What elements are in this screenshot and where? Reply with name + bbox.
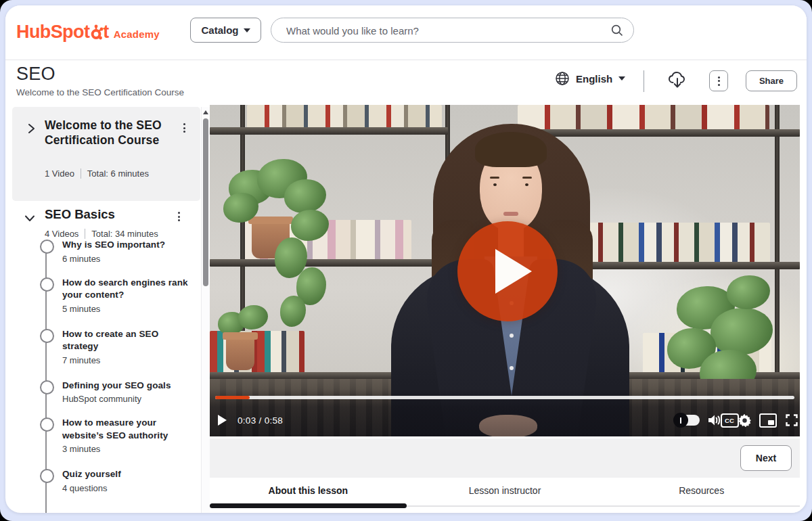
bookshelf-upright (775, 105, 780, 389)
lesson-progress-dot (40, 240, 54, 254)
play-control-icon[interactable] (218, 415, 227, 426)
sidebar-scrollbar[interactable] (201, 107, 210, 513)
lesson-item-how-search-engines-rank[interactable]: How do search engines rank your content?… (12, 277, 202, 314)
chevron-right-icon[interactable] (27, 123, 36, 134)
hubspot-sprocket-icon (89, 24, 103, 40)
lesson-title: Why is SEO important? (62, 239, 165, 252)
section-kebab-icon[interactable] (183, 123, 185, 133)
pip-icon (759, 413, 777, 428)
gear-icon (738, 414, 751, 427)
lesson-title: How to create an SEO strategy (62, 328, 171, 353)
caret-down-icon (244, 28, 250, 32)
autoplay-toggle[interactable] (675, 415, 700, 426)
academy-card: HubSpot t Academy Catalog (5, 5, 807, 513)
app-window: HubSpot t Academy Catalog (0, 0, 812, 521)
play-icon (495, 249, 532, 294)
meta-divider (85, 229, 85, 239)
hubspot-wordmark: HubSpot (16, 22, 89, 43)
caret-down-icon (618, 76, 625, 81)
lesson-progress-dot (40, 277, 54, 292)
lesson-title: How to measure your website’s SEO author… (62, 417, 184, 442)
lesson-title: How do search engines rank your content? (62, 277, 191, 302)
scroll-up-icon[interactable] (203, 110, 208, 114)
sidebar-section-welcome[interactable]: Welcome to the SEO Certification Course … (12, 107, 200, 201)
tab-resources[interactable]: Resources (603, 478, 800, 513)
lesson-item-defining-seo-goals[interactable]: Defining your SEO goals HubSpot communit… (12, 380, 202, 405)
lesson-meta: HubSpot community (62, 394, 171, 404)
lesson-nav-bar: Next (210, 438, 800, 478)
next-button[interactable]: Next (740, 445, 792, 471)
next-label: Next (756, 453, 776, 463)
books-row (518, 105, 769, 130)
books-row (568, 223, 770, 263)
section-meta-count: 1 Video (45, 168, 74, 179)
lesson-item-why-is-seo-important[interactable]: Why is SEO important? 6 minutes (12, 239, 202, 264)
books-row (247, 105, 442, 128)
cc-icon: CC (721, 413, 739, 428)
hubspot-wordmark-t: t (103, 22, 108, 43)
top-header: HubSpot t Academy Catalog (5, 5, 807, 60)
share-button[interactable]: Share (746, 70, 797, 91)
section-kebab-icon[interactable] (178, 212, 180, 221)
lesson-title: Quiz yourself (62, 468, 121, 481)
header-divider (644, 70, 644, 92)
tab-lesson-instructor[interactable]: Lesson instructor (407, 478, 604, 513)
section-meta: 1 Video Total: 6 minutes (45, 168, 149, 179)
video-control-bar: 0:03 / 0:58 CC (210, 389, 800, 436)
section-meta: 4 Videos Total: 34 minutes (45, 229, 158, 239)
play-button-overlay[interactable] (457, 221, 558, 321)
bookshelf-shelf (513, 129, 800, 137)
academy-label: Academy (114, 28, 160, 40)
cloud-download-icon (666, 69, 689, 92)
chevron-down-icon[interactable] (24, 214, 35, 223)
globe-icon (555, 71, 570, 86)
section-title: SEO Basics (45, 207, 115, 222)
lesson-item-measure-seo-authority[interactable]: How to measure your website’s SEO author… (12, 417, 202, 454)
lesson-title: Defining your SEO goals (62, 380, 171, 392)
search-input[interactable] (285, 19, 604, 43)
lesson-progress-dot (40, 417, 54, 432)
bookshelf-shelf (210, 259, 448, 267)
lesson-meta: 6 minutes (62, 254, 165, 264)
catalog-button[interactable]: Catalog (190, 18, 261, 43)
section-meta-count: 4 Videos (45, 229, 78, 239)
share-label: Share (759, 76, 784, 86)
fullscreen-icon (786, 414, 798, 426)
page-subtitle: Welcome to the SEO Certification Course (16, 87, 184, 97)
pip-button[interactable] (759, 413, 777, 428)
hubspot-academy-logo[interactable]: HubSpot t Academy (16, 22, 160, 43)
section-title: Welcome to the SEO Certification Course (45, 118, 165, 148)
lesson-list: Why is SEO important? 6 minutes How do s… (12, 239, 202, 513)
search-bar[interactable] (271, 18, 634, 43)
search-icon[interactable] (610, 24, 624, 37)
lesson-meta: 4 questions (62, 483, 121, 493)
lesson-item-quiz-yourself[interactable]: Quiz yourself 4 questions (12, 468, 202, 493)
lesson-progress-dot (40, 329, 54, 343)
time-display: 0:03 / 0:58 (238, 415, 283, 426)
lesson-meta: 7 minutes (62, 355, 171, 365)
lesson-item-create-seo-strategy[interactable]: How to create an SEO strategy 7 minutes (12, 328, 202, 365)
lesson-meta: 3 minutes (62, 444, 184, 454)
progress-bar[interactable] (215, 396, 794, 399)
video-player[interactable]: 0:03 / 0:58 CC (210, 105, 800, 436)
active-tab-indicator (210, 503, 407, 508)
lesson-meta: 5 minutes (62, 304, 191, 314)
catalog-label: Catalog (201, 24, 238, 36)
progress-played (215, 396, 250, 399)
page-title: SEO (16, 64, 55, 85)
more-options-button[interactable] (709, 70, 728, 91)
lesson-progress-dot (40, 380, 54, 394)
lesson-progress-dot (40, 469, 54, 483)
meta-divider (81, 168, 81, 179)
scrollbar-thumb[interactable] (203, 118, 208, 286)
pause-icon (673, 413, 688, 428)
language-label: English (576, 73, 612, 85)
download-button[interactable] (666, 69, 689, 92)
section-meta-total: Total: 34 minutes (91, 229, 158, 239)
kebab-icon (718, 76, 720, 86)
bookshelf-shelf (210, 127, 448, 135)
language-selector[interactable]: English (555, 71, 625, 86)
section-meta-total: Total: 6 minutes (87, 168, 149, 179)
